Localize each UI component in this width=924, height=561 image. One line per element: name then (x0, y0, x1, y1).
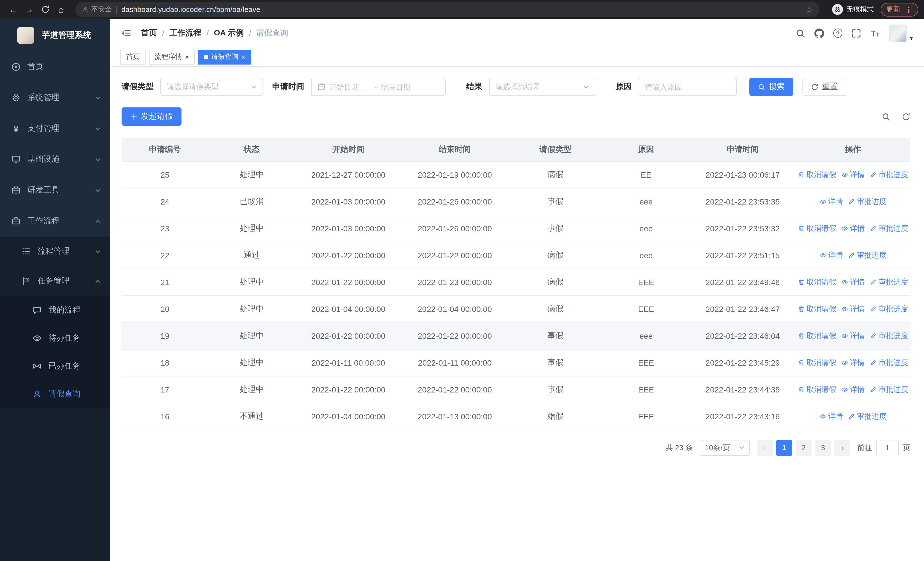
cancel-leave-link[interactable]: 取消请假 (798, 223, 836, 233)
approval-progress-link[interactable]: 审批进度 (870, 331, 908, 341)
cell-applied: 2022-01-22 23:43:16 (689, 403, 796, 430)
sidebar-item-system-management[interactable]: 系统管理 (0, 82, 110, 113)
cancel-leave-link[interactable]: 取消请假 (798, 357, 836, 368)
detail-link[interactable]: 详情 (820, 250, 843, 260)
sidebar-collapse-button[interactable] (117, 24, 135, 42)
col-header-start: 开始时间 (295, 138, 402, 161)
sidebar-item-dev-tools[interactable]: 研发工具 (0, 175, 110, 206)
sidebar-item-workflow[interactable]: 工作流程 (0, 206, 110, 236)
approval-progress-link[interactable]: 审批进度 (870, 384, 908, 394)
font-size-icon (870, 28, 880, 38)
cancel-leave-link[interactable]: 取消请假 (798, 169, 836, 180)
site-security-indicator[interactable]: ⚠ 不安全 (82, 5, 112, 14)
detail-link[interactable]: 详情 (842, 304, 865, 314)
detail-link[interactable]: 详情 (842, 357, 865, 368)
breadcrumb-oa-example[interactable]: OA 示例 (214, 28, 244, 38)
end-date-input[interactable] (381, 83, 422, 91)
tab-leave-query[interactable]: 请假查询 × (198, 50, 251, 64)
result-select[interactable]: 请选择流结果 (489, 78, 595, 96)
bookmark-star-icon[interactable]: ☆ (806, 5, 813, 14)
search-button[interactable]: 搜索 (749, 78, 793, 96)
browser-update-button[interactable]: 更新 ⋮ (880, 3, 918, 16)
refresh-table-button[interactable] (902, 112, 910, 121)
detail-link[interactable]: 详情 (842, 169, 865, 180)
table-row: 18 处理中 2022-01-11 00:00:00 2022-01-11 00… (122, 349, 910, 376)
user-menu-button[interactable]: ▼ (889, 24, 914, 42)
chevron-down-icon (95, 187, 101, 193)
approval-progress-link[interactable]: 审批进度 (848, 196, 886, 206)
detail-link[interactable]: 详情 (842, 277, 865, 287)
sidebar-item-leave-query[interactable]: 请假查询 (0, 380, 110, 408)
cell-reason: EEE (603, 376, 689, 403)
detail-link[interactable]: 详情 (842, 384, 865, 394)
cancel-leave-link[interactable]: 取消请假 (798, 384, 836, 394)
sidebar-item-done-tasks[interactable]: 已办任务 (0, 352, 110, 380)
reason-label: 原因 (616, 82, 632, 92)
sidebar-item-process-management[interactable]: 流程管理 (0, 236, 110, 266)
breadcrumb: 首页 / 工作流程 / OA 示例 / 请假查询 (141, 28, 288, 38)
help-button[interactable]: ? (833, 29, 842, 38)
approval-progress-link[interactable]: 审批进度 (848, 250, 886, 260)
detail-link[interactable]: 详情 (820, 411, 843, 421)
apply-time-range-picker[interactable]: - (311, 78, 446, 96)
cancel-leave-link[interactable]: 取消请假 (798, 277, 836, 287)
page-button-1[interactable]: 1 (776, 439, 792, 456)
trash-icon (798, 171, 805, 178)
address-bar[interactable]: ⚠ 不安全 dashboard.yudao.iocoder.cn/bpm/oa/… (75, 2, 819, 17)
browser-home-button[interactable]: ⌂ (54, 2, 69, 17)
leave-type-select[interactable]: 请选择请假类型 (160, 78, 263, 96)
tab-process-detail[interactable]: 流程详情 × (149, 50, 195, 64)
chevron-down-icon (95, 95, 101, 101)
sidebar-item-payment-management[interactable]: ¥ 支付管理 (0, 113, 110, 144)
page-size-select[interactable]: 10条/页 (700, 439, 750, 456)
pen-icon (870, 225, 877, 232)
browser-menu-icon[interactable]: ⋮ (904, 5, 913, 14)
approval-progress-link[interactable]: 审批进度 (870, 169, 908, 180)
header-search-button[interactable] (796, 28, 805, 38)
cancel-leave-link[interactable]: 取消请假 (798, 304, 836, 314)
font-size-button[interactable] (870, 28, 880, 38)
start-date-input[interactable] (329, 83, 370, 91)
browser-back-button[interactable]: ← (6, 2, 21, 17)
sidebar-item-infrastructure[interactable]: 基础设施 (0, 144, 110, 175)
sidebar-item-my-processes[interactable]: 我的流程 (0, 296, 110, 324)
github-link-button[interactable] (814, 28, 824, 38)
browser-reload-button[interactable] (38, 2, 52, 17)
reason-input[interactable] (645, 83, 730, 91)
approval-progress-link[interactable]: 审批进度 (870, 277, 908, 287)
sidebar-item-task-management[interactable]: 任务管理 (0, 266, 110, 296)
sidebar-item-home[interactable]: 首页 (0, 51, 110, 82)
tab-home[interactable]: 首页 (120, 50, 146, 64)
detail-link[interactable]: 详情 (820, 196, 843, 206)
flow-list-icon (22, 247, 31, 256)
pen-icon (848, 198, 855, 205)
page-button-3[interactable]: 3 (815, 439, 831, 456)
toggle-search-button[interactable] (882, 112, 890, 121)
close-icon[interactable]: × (185, 53, 189, 60)
goto-page-input[interactable] (876, 440, 899, 455)
detail-link[interactable]: 详情 (842, 223, 865, 233)
approval-progress-link[interactable]: 审批进度 (870, 304, 908, 314)
eye-icon (842, 305, 848, 312)
detail-link[interactable]: 详情 (842, 331, 865, 341)
search-icon (758, 83, 765, 90)
cell-id: 21 (122, 269, 208, 295)
reset-button[interactable]: 重置 (802, 78, 846, 96)
create-leave-button[interactable]: 发起请假 (122, 107, 182, 126)
browser-forward-button[interactable]: → (22, 2, 36, 17)
approval-progress-link[interactable]: 审批进度 (870, 357, 908, 368)
user-icon (33, 390, 42, 399)
breadcrumb-workflow[interactable]: 工作流程 (170, 28, 201, 38)
fullscreen-button[interactable] (852, 28, 861, 38)
approval-progress-link[interactable]: 审批进度 (870, 223, 908, 233)
next-page-button[interactable]: › (834, 439, 850, 456)
cell-end: 2022-01-26 00:00:00 (402, 215, 508, 242)
approval-progress-link[interactable]: 审批进度 (848, 411, 886, 421)
cancel-leave-link[interactable]: 取消请假 (798, 331, 836, 341)
page-button-2[interactable]: 2 (796, 439, 812, 456)
breadcrumb-home[interactable]: 首页 (141, 28, 157, 38)
sidebar-item-todo-tasks[interactable]: 待办任务 (0, 324, 110, 352)
prev-page-button[interactable]: ‹ (757, 439, 773, 456)
cell-applied: 2022-01-22 23:53:32 (689, 215, 796, 242)
close-icon[interactable]: × (242, 53, 245, 60)
